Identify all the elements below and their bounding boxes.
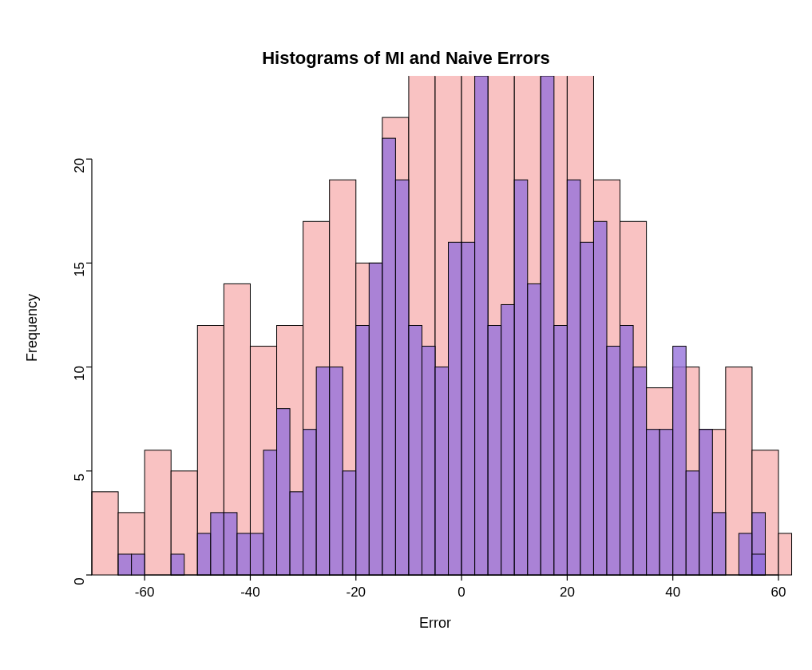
mi-bar	[620, 326, 634, 576]
x-tick-label: 20	[560, 585, 575, 600]
y-tick-label: 0	[72, 577, 87, 585]
mi-bar	[395, 180, 409, 575]
mi-bar	[739, 533, 752, 575]
chart-container: Histograms of MI and Naive Errors -60-40…	[0, 0, 812, 670]
mi-bar	[382, 138, 396, 575]
x-tick-label: 60	[771, 585, 786, 600]
svg-rect-2	[436, 75, 461, 77]
mi-bar	[449, 242, 462, 575]
x-tick-label: 40	[665, 585, 680, 600]
x-axis-label: Error	[92, 615, 778, 632]
mi-bar	[488, 326, 501, 576]
mi-bar	[316, 367, 330, 575]
mi-bar	[290, 492, 303, 575]
mi-bar	[647, 430, 660, 575]
y-tick-label: 15	[72, 262, 87, 277]
mi-bar	[514, 180, 528, 575]
mi-bar	[607, 347, 620, 575]
mi-bar	[303, 430, 317, 575]
mi-bar	[712, 513, 726, 575]
mi-bar	[501, 304, 515, 575]
mi-bar	[660, 430, 673, 575]
naive-bar	[92, 492, 118, 575]
x-tick-label: -40	[240, 585, 260, 600]
mi-bar	[699, 430, 713, 575]
mi-bar	[356, 326, 370, 576]
mi-bar	[435, 367, 449, 575]
x-tick-label: -60	[135, 585, 155, 600]
plot-area: -60-40-20020406005101520	[0, 0, 812, 670]
naive-bar-trailing	[778, 533, 792, 575]
mi-bar	[554, 326, 568, 576]
y-tick-label: 5	[72, 474, 87, 481]
mi-bar	[171, 554, 184, 575]
x-tick-label: -20	[346, 585, 366, 600]
naive-bar	[145, 450, 171, 575]
mi-bar	[593, 221, 607, 575]
mi-bar	[343, 471, 356, 575]
mi-bar	[686, 471, 699, 575]
mi-bar	[211, 513, 224, 575]
mi-bar	[237, 533, 251, 575]
y-axis-label: Frequency	[24, 293, 41, 361]
svg-rect-1	[409, 75, 434, 77]
mi-bar	[330, 367, 343, 575]
mi-bar	[580, 242, 594, 575]
mi-bar	[475, 76, 489, 575]
mi-bar	[422, 347, 435, 575]
mi-bar	[528, 283, 541, 575]
mi-bar-trailing	[752, 554, 766, 575]
mi-bar	[277, 409, 291, 575]
mi-bar	[461, 242, 475, 575]
mi-bar	[197, 533, 211, 575]
mi-bar	[673, 347, 687, 575]
mi-bar	[369, 263, 382, 575]
svg-rect-4	[489, 75, 514, 77]
x-tick-label: 0	[457, 585, 465, 600]
mi-bar	[633, 367, 647, 575]
mi-bar	[118, 554, 132, 575]
mi-bar	[409, 326, 422, 576]
y-tick-label: 20	[72, 158, 87, 173]
svg-rect-5	[515, 75, 541, 77]
mi-bar	[250, 533, 263, 575]
mi-bar	[224, 513, 237, 575]
mi-bar	[263, 450, 277, 575]
svg-rect-7	[568, 75, 593, 77]
y-tick-label: 10	[72, 366, 87, 381]
mi-bar	[132, 554, 145, 575]
mi-bar	[567, 180, 580, 575]
mi-bar	[541, 76, 554, 575]
